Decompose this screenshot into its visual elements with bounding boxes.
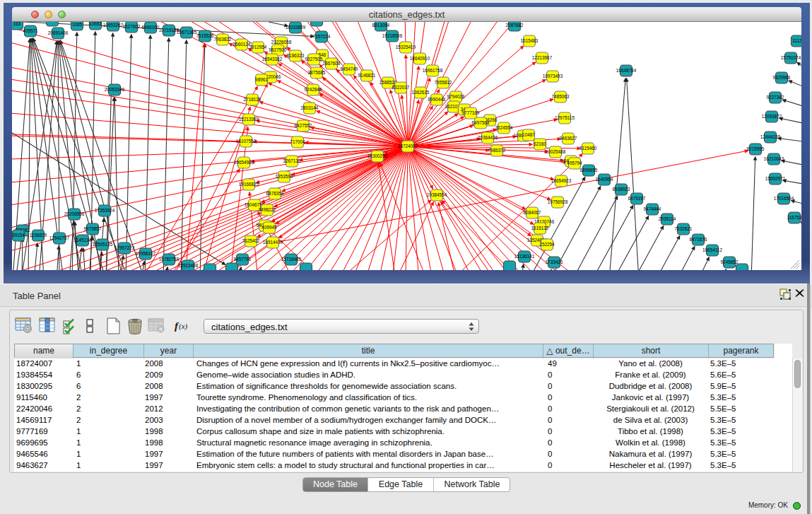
svg-text:17016504: 17016504 [774, 196, 794, 201]
svg-text:16961758: 16961758 [423, 68, 443, 73]
svg-text:20206556: 20206556 [64, 211, 85, 216]
svg-text:6466160: 6466160 [142, 25, 160, 30]
svg-text:8322037: 8322037 [392, 85, 410, 90]
svg-text:3912954: 3912954 [249, 45, 267, 49]
svg-text:1527602: 1527602 [123, 24, 141, 29]
svg-text:9463627: 9463627 [560, 136, 577, 141]
svg-text:7485063: 7485063 [552, 94, 570, 99]
svg-text:1615483: 1615483 [521, 38, 539, 43]
svg-text:10654112: 10654112 [702, 247, 722, 252]
svg-text:23226058: 23226058 [271, 40, 292, 45]
svg-text:2803144: 2803144 [301, 105, 319, 110]
svg-text:16671385: 16671385 [177, 30, 197, 35]
svg-text:15136141: 15136141 [514, 254, 535, 259]
svg-text:3498222: 3498222 [259, 207, 276, 212]
svg-text:7625402: 7625402 [242, 238, 260, 243]
svg-text:9827500: 9827500 [269, 47, 287, 52]
svg-text:1065: 1065 [72, 22, 83, 27]
svg-text:7357224: 7357224 [313, 34, 331, 39]
svg-text:10487: 10487 [522, 132, 535, 137]
svg-text:9242848: 9242848 [305, 87, 322, 92]
svg-text:19166825: 19166825 [239, 182, 259, 187]
svg-text:7515526: 7515526 [196, 33, 214, 38]
svg-text:10958107: 10958107 [136, 251, 156, 256]
svg-text:717004: 717004 [290, 139, 305, 144]
svg-text:116753: 116753 [787, 215, 801, 220]
svg-text:19384554: 19384554 [427, 192, 447, 197]
svg-text:7632621: 7632621 [675, 226, 693, 231]
svg-text:12923488: 12923488 [178, 263, 199, 268]
svg-text:20364436: 20364436 [478, 135, 498, 140]
svg-text:98961: 98961 [255, 77, 268, 82]
svg-text:9457791: 9457791 [234, 257, 252, 262]
svg-text:9474444: 9474444 [644, 206, 661, 211]
svg-text:16543382: 16543382 [262, 57, 283, 62]
svg-text:6899695: 6899695 [580, 168, 598, 173]
svg-text:20691406: 20691406 [48, 30, 69, 35]
svg-text:1156829: 1156829 [30, 233, 47, 238]
svg-text:12213369: 12213369 [239, 117, 259, 122]
svg-text:19218506: 19218506 [382, 33, 403, 38]
svg-text:12942757: 12942757 [49, 235, 70, 240]
svg-text:15716485: 15716485 [281, 257, 302, 262]
svg-text:1640954: 1640954 [596, 177, 613, 182]
svg-text:7955812: 7955812 [435, 80, 452, 85]
svg-text:409949: 409949 [261, 225, 277, 230]
svg-text:8454749: 8454749 [341, 66, 358, 71]
svg-text:8215955: 8215955 [747, 146, 765, 151]
svg-text:16914479: 16914479 [263, 240, 283, 245]
svg-text:252254: 252254 [539, 242, 555, 247]
svg-text:8990448: 8990448 [428, 97, 446, 102]
svg-text:16033809: 16033809 [286, 25, 306, 30]
svg-text:(x): (x) [179, 322, 188, 331]
svg-text:10025488: 10025488 [546, 149, 566, 154]
svg-text:10653267: 10653267 [103, 23, 124, 28]
svg-text:405571: 405571 [23, 28, 38, 33]
svg-text:9794028: 9794028 [447, 94, 465, 99]
svg-text:9975857: 9975857 [84, 226, 102, 231]
svg-text:16107553: 16107553 [236, 139, 257, 144]
svg-text:163: 163 [13, 22, 21, 26]
svg-text:19756928: 19756928 [548, 199, 568, 204]
svg-text:495794: 495794 [567, 160, 582, 165]
svg-text:15692971: 15692971 [765, 176, 786, 181]
svg-text:18300295: 18300295 [367, 153, 388, 158]
svg-text:9115460: 9115460 [579, 146, 597, 151]
svg-text:12505135: 12505135 [93, 242, 113, 247]
svg-text:8660124: 8660124 [233, 42, 251, 47]
svg-text:18640910: 18640910 [410, 56, 430, 61]
svg-text:17957223: 17957223 [114, 245, 135, 250]
svg-text:208: 208 [49, 22, 57, 23]
svg-text:12093872: 12093872 [762, 114, 782, 119]
svg-text:15751074: 15751074 [781, 55, 801, 60]
svg-text:20053346: 20053346 [105, 87, 125, 92]
svg-text:2718126: 2718126 [244, 97, 261, 102]
svg-text:17353924: 17353924 [95, 208, 115, 213]
svg-text:9777169: 9777169 [462, 110, 480, 115]
svg-text:3624554: 3624554 [495, 125, 513, 130]
svg-text:7986372: 7986372 [488, 148, 506, 153]
svg-text:9327505: 9327505 [305, 57, 323, 62]
svg-text:6497568: 6497568 [472, 120, 490, 125]
svg-text:16782759: 16782759 [159, 257, 180, 262]
svg-text:12444155: 12444155 [760, 134, 781, 139]
svg-text:1353594: 1353594 [276, 174, 293, 179]
svg-text:12213967: 12213967 [532, 55, 553, 60]
svg-text:39154: 39154 [12, 233, 25, 238]
svg-text:1615132: 1615132 [531, 226, 549, 230]
svg-text:15325419: 15325419 [396, 45, 416, 49]
svg-text:19654923: 19654923 [551, 178, 572, 183]
svg-text:3267130: 3267130 [283, 158, 301, 163]
svg-text:62160: 62160 [534, 141, 546, 146]
svg-text:8878354: 8878354 [266, 191, 284, 196]
svg-text:7963822: 7963822 [214, 37, 232, 42]
svg-text:1733426: 1733426 [546, 259, 563, 264]
svg-text:8186323: 8186323 [287, 53, 305, 58]
svg-text:18724007: 18724007 [398, 144, 418, 148]
svg-text:2867608: 2867608 [323, 61, 341, 66]
svg-text:8938923: 8938923 [613, 187, 630, 192]
svg-text:1145134: 1145134 [74, 238, 92, 243]
svg-text:9245652: 9245652 [721, 259, 739, 264]
svg-text:8084067: 8084067 [524, 210, 541, 215]
svg-text:9146821: 9146821 [358, 73, 376, 78]
